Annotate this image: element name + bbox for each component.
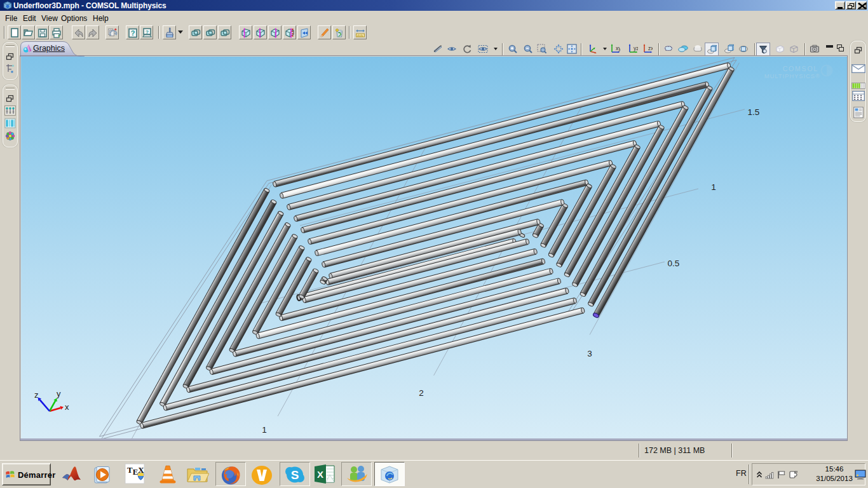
svg-text:MULTIPHYSICS®: MULTIPHYSICS® <box>764 72 820 79</box>
svg-text:COMSOL: COMSOL <box>783 65 818 72</box>
svg-text:xy: xy <box>616 45 620 51</box>
svg-text:0.5: 0.5 <box>668 259 680 268</box>
svg-text:z: z <box>34 390 39 400</box>
svg-text:yz: yz <box>634 45 638 51</box>
svg-text:1: 1 <box>262 425 267 435</box>
svg-text:X: X <box>317 469 323 480</box>
svg-text:?: ? <box>146 29 149 35</box>
svg-text:x: x <box>65 402 69 412</box>
svg-text:zx: zx <box>648 45 653 51</box>
svg-text:1.5: 1.5 <box>748 107 760 117</box>
svg-text:S: S <box>291 468 299 482</box>
svg-text:1: 1 <box>711 182 716 192</box>
svg-text:3: 3 <box>587 349 592 358</box>
svg-text:y: y <box>57 389 61 398</box>
svg-text:2: 2 <box>419 388 424 398</box>
svg-text:?: ? <box>131 29 135 37</box>
